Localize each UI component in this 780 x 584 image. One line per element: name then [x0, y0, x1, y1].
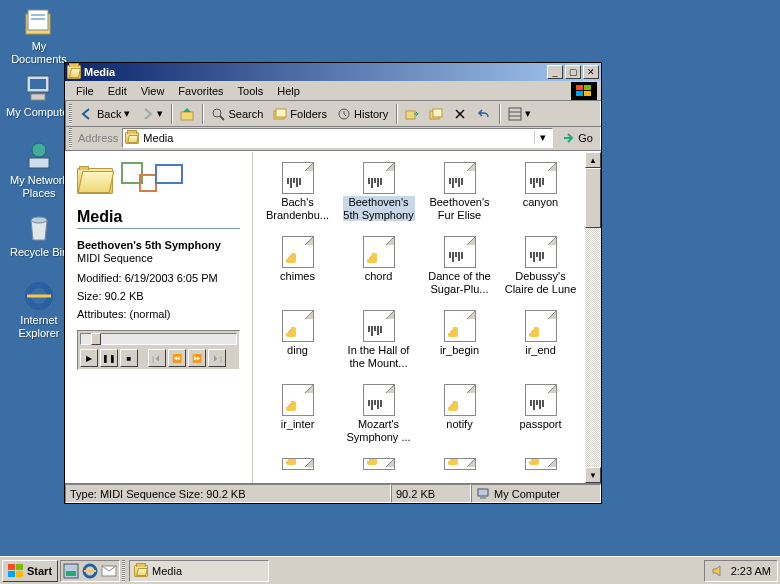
vertical-scrollbar[interactable]: ▲ ▼: [585, 152, 601, 483]
volume-icon[interactable]: [711, 564, 725, 578]
file-item[interactable]: Beethoven's 5th Symphony: [338, 160, 419, 234]
scroll-thumb[interactable]: [585, 168, 601, 228]
move-to-button[interactable]: [401, 105, 423, 123]
system-tray: 2:23 AM: [704, 560, 778, 582]
file-item[interactable]: canyon: [500, 160, 581, 234]
skip-start-button[interactable]: |⏴: [148, 349, 166, 367]
menu-tools[interactable]: Tools: [231, 83, 271, 99]
history-button[interactable]: History: [333, 105, 392, 123]
svg-line-17: [220, 116, 224, 120]
windows-logo-icon: [571, 82, 597, 100]
desktop-icon-my-documents[interactable]: My Documents: [4, 6, 74, 65]
file-label: chimes: [280, 270, 315, 283]
skip-end-button[interactable]: ⏵|: [208, 349, 226, 367]
dropdown-arrow-icon: ▾: [157, 107, 163, 120]
delete-button[interactable]: [449, 105, 471, 123]
toolbar-grip[interactable]: [69, 104, 72, 124]
file-grid[interactable]: Bach's Brandenbu...Beethoven's 5th Symph…: [253, 152, 585, 483]
pane-heading: Media: [77, 208, 240, 226]
svg-rect-27: [478, 489, 488, 496]
search-button[interactable]: Search: [207, 105, 267, 123]
go-button[interactable]: Go: [557, 129, 597, 147]
back-label: Back: [97, 108, 121, 120]
undo-button[interactable]: [473, 105, 495, 123]
folders-icon: [273, 107, 287, 121]
file-item[interactable]: In the Hall of the Mount...: [338, 308, 419, 382]
forward-button[interactable]: ▾: [136, 105, 167, 123]
minimize-button[interactable]: _: [547, 65, 563, 79]
show-desktop-icon[interactable]: [63, 563, 79, 579]
menu-favorites[interactable]: Favorites: [171, 83, 230, 99]
play-button[interactable]: ▶: [80, 349, 98, 367]
file-item[interactable]: Beethoven's Fur Elise: [419, 160, 500, 234]
undo-icon: [477, 107, 491, 121]
svg-rect-28: [480, 497, 486, 499]
file-pane: Bach's Brandenbu...Beethoven's 5th Symph…: [253, 152, 601, 483]
menu-view[interactable]: View: [134, 83, 172, 99]
file-item[interactable]: ding: [257, 308, 338, 382]
scroll-track[interactable]: [585, 228, 601, 467]
file-item[interactable]: ir_end: [500, 308, 581, 382]
up-button[interactable]: [176, 105, 198, 123]
address-field[interactable]: Media ▾: [122, 128, 553, 148]
file-item[interactable]: Bach's Brandenbu...: [257, 160, 338, 234]
attributes-line: Attributes: (normal): [77, 308, 240, 320]
move-to-icon: [405, 107, 419, 121]
file-item[interactable]: [500, 456, 581, 483]
menu-help[interactable]: Help: [270, 83, 307, 99]
file-item[interactable]: ir_inter: [257, 382, 338, 456]
views-button[interactable]: ▾: [504, 105, 535, 123]
dropdown-arrow-icon[interactable]: ▾: [534, 131, 550, 144]
pause-button[interactable]: ❚❚: [100, 349, 118, 367]
forward-button[interactable]: ⏩: [188, 349, 206, 367]
outlook-icon[interactable]: [101, 563, 117, 579]
close-button[interactable]: ✕: [583, 65, 599, 79]
modified-line: Modified: 6/19/2003 6:05 PM: [77, 272, 240, 284]
ie-icon[interactable]: [82, 563, 98, 579]
file-item[interactable]: [257, 456, 338, 483]
file-item[interactable]: notify: [419, 382, 500, 456]
stop-button[interactable]: ■: [120, 349, 138, 367]
svg-rect-14: [584, 91, 591, 96]
file-item[interactable]: [338, 456, 419, 483]
file-item[interactable]: Debussy's Claire de Lune: [500, 234, 581, 308]
menu-edit[interactable]: Edit: [101, 83, 134, 99]
clock[interactable]: 2:23 AM: [731, 565, 771, 577]
task-button-media[interactable]: Media: [129, 560, 269, 582]
file-label: ir_inter: [281, 418, 315, 431]
dropdown-arrow-icon: ▾: [124, 107, 130, 120]
file-item[interactable]: Mozart's Symphony ...: [338, 382, 419, 456]
folders-button[interactable]: Folders: [269, 105, 331, 123]
info-pane: Media Beethoven's 5th Symphony MIDI Sequ…: [65, 152, 253, 483]
file-item[interactable]: chord: [338, 234, 419, 308]
separator: [202, 104, 203, 124]
size-line: Size: 90.2 KB: [77, 290, 240, 302]
my-computer-icon: [23, 72, 55, 104]
svg-point-16: [213, 109, 221, 117]
svg-rect-23: [433, 109, 442, 117]
copy-to-button[interactable]: [425, 105, 447, 123]
start-label: Start: [27, 565, 52, 577]
rewind-button[interactable]: ⏪: [168, 349, 186, 367]
seek-thumb[interactable]: [91, 333, 101, 345]
address-grip[interactable]: [69, 128, 72, 148]
go-label: Go: [578, 132, 593, 144]
start-button[interactable]: Start: [2, 560, 58, 582]
window-title: Media: [84, 66, 545, 78]
svg-rect-31: [8, 571, 15, 577]
scroll-down-button[interactable]: ▼: [585, 467, 601, 483]
maximize-button[interactable]: ▢: [565, 65, 581, 79]
menu-file[interactable]: File: [69, 83, 101, 99]
taskbar-grip[interactable]: [122, 560, 125, 582]
file-item[interactable]: chimes: [257, 234, 338, 308]
title-bar[interactable]: Media _ ▢ ✕: [65, 63, 601, 81]
file-item[interactable]: Dance of the Sugar-Plu...: [419, 234, 500, 308]
file-label: ir_begin: [440, 344, 479, 357]
file-item[interactable]: ir_begin: [419, 308, 500, 382]
file-item[interactable]: [419, 456, 500, 483]
folders-label: Folders: [290, 108, 327, 120]
back-button[interactable]: Back ▾: [76, 105, 134, 123]
scroll-up-button[interactable]: ▲: [585, 152, 601, 168]
seek-track[interactable]: [80, 333, 237, 345]
file-item[interactable]: passport: [500, 382, 581, 456]
